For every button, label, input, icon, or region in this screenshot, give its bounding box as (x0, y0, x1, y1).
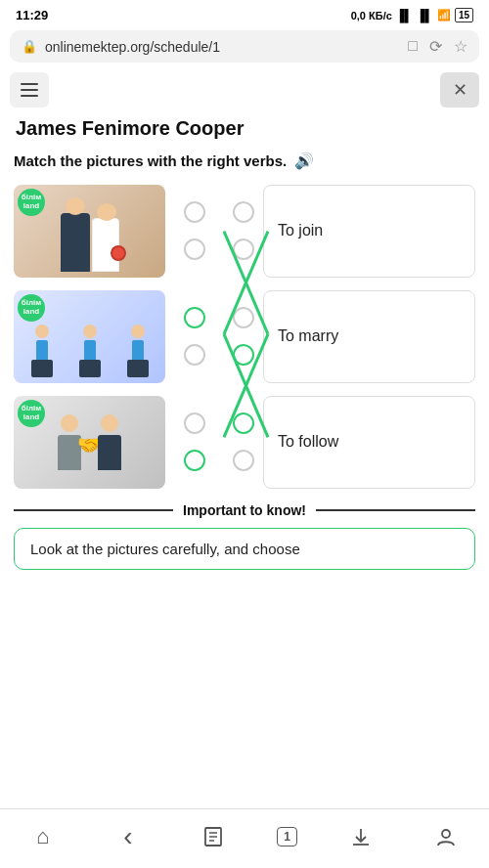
runner-body (36, 340, 48, 362)
refresh-icon[interactable]: ⟳ (429, 37, 442, 56)
page-title: James Fenimore Cooper (0, 113, 489, 148)
home-button[interactable]: ⌂ (22, 819, 65, 854)
runner-head (35, 325, 49, 338)
right-circle-1b[interactable] (233, 239, 254, 260)
hint-text: Look at the pictures carefully, and choo… (30, 541, 300, 557)
menu-line (21, 89, 38, 91)
divider-left (14, 509, 173, 511)
match-area: бiлiмland To join (14, 182, 475, 491)
battery-indicator: 15 (455, 8, 473, 22)
right-circle-1[interactable] (233, 201, 254, 223)
brand-badge-2: бiлiмland (18, 294, 45, 322)
runner-box (79, 360, 101, 377)
star-icon[interactable]: ☆ (454, 37, 467, 56)
network-speed: 0,0 КБ/с (351, 10, 392, 22)
content-area: Match the pictures with the right verbs.… (0, 148, 489, 580)
runner-head (83, 325, 97, 338)
verb-label-1: To join (278, 222, 323, 239)
instruction-label: Match the pictures with the right verbs. (14, 152, 287, 169)
instruction-text: Match the pictures with the right verbs.… (14, 152, 475, 170)
runner-box (127, 360, 149, 377)
hs-body (98, 435, 121, 470)
wifi-icon: 📶 (437, 9, 451, 22)
signal-icon2: ▐▌ (417, 9, 433, 22)
match-row-2: бiлiмland (14, 287, 475, 385)
runner-body (132, 340, 144, 362)
right-circles-row3 (224, 412, 263, 471)
right-circle-3b[interactable] (233, 450, 254, 471)
hs-head (101, 414, 118, 432)
book-icon[interactable]: □ (408, 37, 418, 56)
back-button[interactable]: ‹ (107, 819, 150, 854)
verb-box-1: To join (263, 185, 475, 278)
status-right: 0,0 КБ/с ▐▌ ▐▌ 📶 15 (351, 8, 473, 22)
right-circles-row1 (224, 201, 263, 260)
left-circles-row1 (165, 201, 224, 260)
menu-line (21, 83, 38, 85)
left-circle-3b[interactable] (184, 450, 205, 471)
sound-icon[interactable]: 🔊 (294, 152, 314, 170)
bottom-navigation: ⌂ ‹ 1 (0, 808, 489, 868)
left-circle-2[interactable] (184, 307, 205, 328)
runner-head (131, 325, 145, 338)
verb-label-2: To marry (278, 327, 338, 345)
url-text: onlinemektep.org/schedule/1 (45, 39, 400, 55)
runner-box (31, 360, 53, 377)
browser-actions: □ ⟳ ☆ (408, 37, 467, 56)
menu-line (21, 95, 38, 97)
left-circle-2b[interactable] (184, 344, 205, 366)
image-wedding: бiлiмland (14, 185, 165, 278)
download-button[interactable] (339, 819, 382, 854)
address-bar[interactable]: 🔒 onlinemektep.org/schedule/1 □ ⟳ ☆ (10, 30, 479, 63)
status-bar: 11:29 0,0 КБ/с ▐▌ ▐▌ 📶 15 (0, 0, 489, 26)
left-circle-3[interactable] (184, 412, 205, 434)
divider-right (316, 509, 475, 511)
verb-label-3: To follow (278, 433, 338, 451)
important-text: Important to know! (173, 502, 316, 518)
hs-head (61, 414, 78, 432)
svg-point-9 (442, 830, 450, 838)
close-button[interactable]: ✕ (440, 72, 479, 108)
brand-badge: бiлiмland (18, 189, 45, 216)
hint-box: Look at the pictures carefully, and choo… (14, 528, 475, 570)
left-circles-row3 (165, 412, 224, 471)
right-circle-2b[interactable] (233, 344, 254, 366)
verb-box-3: To follow (263, 396, 475, 489)
verb-box-2: To marry (263, 290, 475, 383)
hs-person-2 (98, 414, 121, 470)
image-running: бiлiмland (14, 290, 165, 383)
runner-3 (127, 325, 149, 377)
right-circle-2[interactable] (233, 307, 254, 328)
user-button[interactable] (424, 819, 467, 854)
bride-figure (92, 218, 119, 272)
tab-count-button[interactable]: 1 (277, 827, 297, 846)
bookmarks-button[interactable] (192, 819, 235, 854)
match-row-1: бiлiмland To join (14, 182, 475, 280)
lock-icon: 🔒 (22, 39, 37, 54)
match-row-3: бiлiмland 🤝 (14, 393, 475, 491)
left-circle-1[interactable] (184, 201, 205, 223)
brand-badge-3: бiлiмland (18, 400, 45, 427)
runner-body (84, 340, 96, 362)
bouquet (111, 245, 126, 261)
groom-figure (61, 213, 90, 272)
browser-toolbar: ✕ (0, 66, 489, 113)
signal-icon: ▐▌ (396, 9, 413, 22)
runner-1 (31, 325, 53, 377)
right-circles-row2 (224, 307, 263, 366)
right-circle-3[interactable] (233, 412, 254, 434)
image-handshake: бiлiмland 🤝 (14, 396, 165, 489)
status-time: 11:29 (16, 8, 48, 22)
menu-button[interactable] (10, 72, 49, 108)
runner-2 (79, 325, 101, 377)
left-circles-row2 (165, 307, 224, 366)
left-circle-1b[interactable] (184, 239, 205, 260)
important-section: Important to know! (14, 502, 475, 518)
